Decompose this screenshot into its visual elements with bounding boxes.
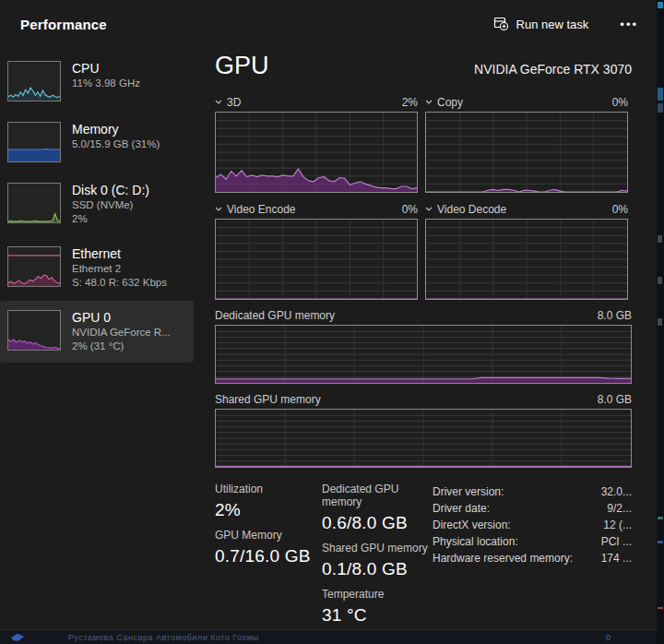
sidebar-item-gpu[interactable]: GPU 0 NVIDIA GeForce R... 2% (31 °C): [0, 301, 194, 363]
dedicated-memory-max: 8.0 GB: [598, 309, 632, 322]
stat-gpu-memory: GPU Memory 0.7/16.0 GB: [215, 529, 322, 566]
shared-memory-max: 8.0 GB: [598, 393, 632, 406]
disk-usage: 2%: [72, 212, 149, 226]
gpu-model-label: NVIDIA GeForce RTX 3070: [474, 62, 632, 77]
dedicated-memory-section: Dedicated GPU memory 8.0 GB: [215, 309, 632, 384]
dedicated-memory-label: Dedicated GPU memory: [215, 309, 335, 322]
sidebar-item-disk[interactable]: Disk 0 (C: D:) SSD (NVMe) 2%: [0, 173, 194, 235]
memory-stats: 5.0/15.9 GB (31%): [72, 137, 160, 151]
stat-dedicated-memory: Dedicated GPU memory 0.6/8.0 GB: [322, 483, 433, 533]
background-window-strip: Рустамова Сансара Автомобили Кото Гохмы …: [0, 629, 657, 644]
background-fragment: [658, 517, 663, 519]
chart-copy-header[interactable]: Copy: [425, 96, 463, 109]
chart-3d-header[interactable]: 3D: [215, 96, 241, 109]
background-fragment: [658, 88, 663, 101]
shared-memory-plot: [215, 409, 632, 468]
background-fragment: [658, 277, 662, 284]
background-fragment: [658, 541, 663, 543]
disk-title: Disk 0 (C: D:): [72, 183, 149, 198]
new-window-plus-icon: [493, 16, 508, 33]
shared-memory-label: Shared GPU memory: [215, 393, 321, 406]
shared-memory-section: Shared GPU memory 8.0 GB: [215, 393, 632, 468]
stats-column-1: Utilization 2% GPU Memory 0.7/16.0 GB: [215, 483, 322, 634]
background-fragment: [658, 235, 662, 243]
detail-driver-date: Driver date: 9/2...: [433, 500, 632, 517]
performance-sidebar: CPU 11% 3.98 GHz Memory 5.0/15.9 GB (31%…: [0, 52, 194, 364]
gpu-stats-grid: Utilization 2% GPU Memory 0.7/16.0 GB De…: [215, 483, 632, 634]
chart-3d: 3D 2%: [215, 94, 418, 193]
chevron-down-icon: [425, 100, 433, 104]
engine-charts-grid: 3D 2% Copy 0%: [215, 94, 632, 300]
detail-driver-version: Driver version: 32.0...: [433, 483, 632, 500]
ethernet-mini-chart: [7, 246, 61, 287]
cpu-mini-chart: [7, 61, 61, 101]
background-window-sliver: [657, 0, 664, 644]
chart-video-encode-value: 0%: [402, 203, 418, 216]
stat-shared-memory: Shared GPU memory 0.1/8.0 GB: [322, 542, 433, 579]
chart-3d-plot: [215, 112, 418, 193]
chart-3d-value: 2%: [402, 96, 418, 109]
chevron-down-icon: [215, 207, 222, 211]
driver-details: Driver version: 32.0... Driver date: 9/2…: [433, 483, 632, 634]
background-window-text: Рустамова Сансара Автомобили Кото Гохмы: [68, 633, 259, 642]
chevron-down-icon: [425, 207, 433, 211]
chart-copy-value: 0%: [612, 96, 628, 109]
background-app-icon: [11, 634, 24, 641]
more-options-button[interactable]: •••: [611, 14, 647, 35]
memory-mini-chart: [7, 122, 61, 162]
run-new-task-button[interactable]: Run new task: [484, 10, 599, 39]
disk-mini-chart: [7, 183, 61, 223]
panel-title: GPU: [215, 52, 269, 80]
background-fragment: [658, 318, 662, 326]
chart-video-encode: Video Encode 0%: [215, 201, 418, 300]
memory-title: Memory: [72, 122, 160, 137]
detail-physical-location: Physical location: PCI ...: [433, 533, 632, 550]
background-fragment: [658, 607, 663, 609]
chart-video-decode-header[interactable]: Video Decode: [425, 203, 506, 216]
chart-copy-plot: [425, 112, 628, 193]
gpu-usage-temp: 2% (31 °C): [72, 340, 171, 353]
stats-column-2: Dedicated GPU memory 0.6/8.0 GB Shared G…: [322, 483, 433, 634]
chart-video-decode-value: 0%: [612, 203, 628, 216]
sidebar-item-memory[interactable]: Memory 5.0/15.9 GB (31%): [0, 113, 194, 172]
chart-video-decode-plot: [425, 219, 628, 300]
titlebar: Performance Run new task •••: [0, 0, 664, 48]
detail-hardware-reserved: Hardware reserved memory: 174 ...: [433, 550, 632, 566]
ethernet-adapter: Ethernet 2: [72, 262, 167, 276]
ethernet-title: Ethernet: [72, 246, 167, 262]
chart-video-encode-header[interactable]: Video Encode: [215, 203, 296, 216]
disk-type: SSD (NVMe): [72, 198, 149, 212]
background-fragment: [658, 2, 663, 8]
cpu-title: CPU: [72, 61, 140, 77]
gpu-mini-chart: [7, 310, 61, 351]
background-fragment: [658, 103, 663, 113]
gpu-title: GPU 0: [72, 310, 171, 326]
chart-video-decode: Video Decode 0%: [425, 201, 628, 300]
page-title: Performance: [20, 17, 107, 32]
chevron-down-icon: [215, 100, 222, 104]
sidebar-item-cpu[interactable]: CPU 11% 3.98 GHz: [0, 52, 194, 111]
run-new-task-label: Run new task: [516, 18, 589, 31]
chart-copy: Copy 0%: [425, 94, 628, 193]
dedicated-memory-plot: [215, 325, 632, 384]
gpu-detail-panel: GPU NVIDIA GeForce RTX 3070 3D 2%: [215, 52, 632, 634]
stat-temperature: Temperature 31 °C: [322, 588, 433, 626]
background-badge: 0: [606, 633, 611, 642]
chart-video-encode-plot: [215, 219, 418, 300]
cpu-stats: 11% 3.98 GHz: [72, 77, 140, 90]
stat-utilization: Utilization 2%: [215, 483, 322, 520]
ethernet-throughput: S: 48.0 R: 632 Kbps: [72, 276, 167, 290]
task-manager-window: Performance Run new task ••• CPU 11% 3.9…: [0, 0, 664, 644]
gpu-name: NVIDIA GeForce R...: [72, 326, 171, 340]
sidebar-item-ethernet[interactable]: Ethernet Ethernet 2 S: 48.0 R: 632 Kbps: [0, 237, 194, 299]
detail-directx-version: DirectX version: 12 (...: [433, 517, 632, 533]
